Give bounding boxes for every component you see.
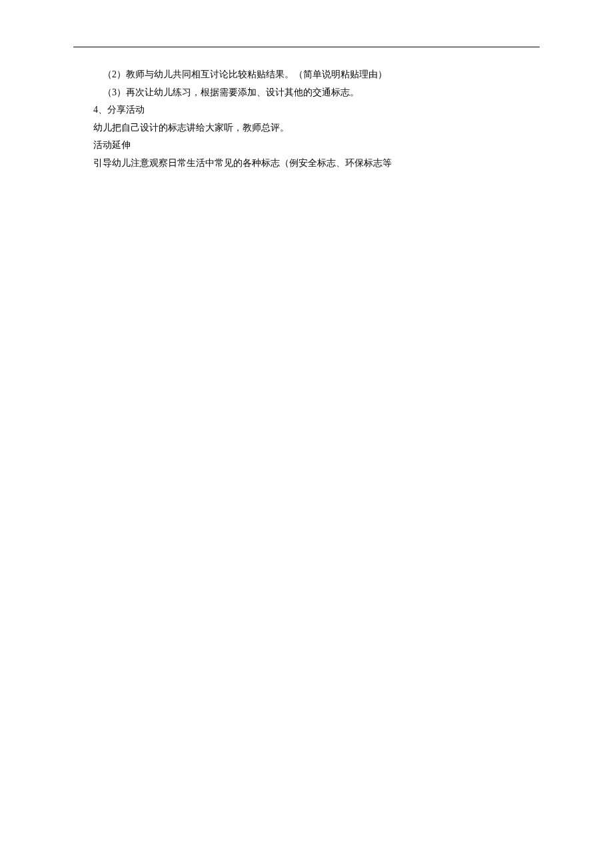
text-line: （2）教师与幼儿共同相互讨论比较粘贴结果。（简单说明粘贴理由） xyxy=(93,66,540,84)
document-page: （2）教师与幼儿共同相互讨论比较粘贴结果。（简单说明粘贴理由） （3）再次让幼儿… xyxy=(0,0,613,173)
text-line: 活动延伸 xyxy=(93,137,540,155)
text-line: （3）再次让幼儿练习，根据需要添加、设计其他的交通标志。 xyxy=(93,84,540,102)
text-line: 4、分享活动 xyxy=(93,101,540,119)
horizontal-divider xyxy=(73,47,540,47)
text-line: 幼儿把自己设计的标志讲给大家听，教师总评。 xyxy=(93,119,540,137)
text-line: 引导幼儿注意观察日常生活中常见的各种标志（例安全标志、环保标志等 xyxy=(93,155,540,173)
document-content: （2）教师与幼儿共同相互讨论比较粘贴结果。（简单说明粘贴理由） （3）再次让幼儿… xyxy=(73,66,540,173)
